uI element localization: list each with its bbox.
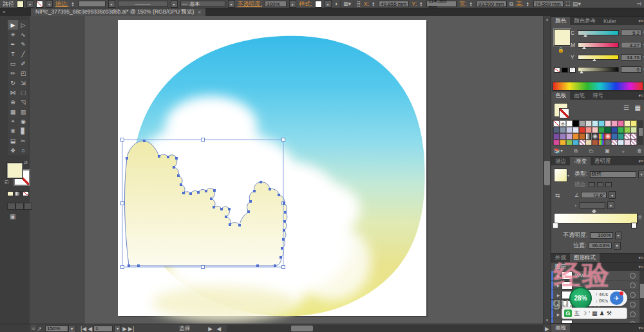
- tab-appearance[interactable]: 外观: [551, 254, 570, 262]
- gradient-angle-field[interactable]: 72.6°: [581, 192, 607, 198]
- gradient-opacity-field[interactable]: 100%: [590, 232, 613, 239]
- swatch-000000[interactable]: [573, 120, 579, 127]
- channel-value-field[interactable]: 0: [621, 66, 641, 73]
- tab-kuler[interactable]: Kuler: [600, 17, 620, 25]
- anchor-point[interactable]: [213, 206, 215, 208]
- anchor-point[interactable]: [247, 210, 250, 213]
- stroke-color-swatch[interactable]: [36, 1, 43, 8]
- height-field[interactable]: 74.559 mm: [533, 1, 564, 7]
- gradient-type-select[interactable]: 线性: [590, 171, 636, 178]
- anchor-point[interactable]: [180, 183, 182, 186]
- fill-color-swatch[interactable]: [17, 1, 24, 8]
- hscroll-left-icon[interactable]: ◀: [216, 326, 221, 332]
- rectangle-tool[interactable]: ▭: [8, 59, 18, 68]
- layer-thumbnail[interactable]: [562, 281, 573, 290]
- style-swatch[interactable]: [315, 1, 322, 8]
- swatch-f7c6c4[interactable]: [592, 127, 598, 133]
- ime-punctuation-icon[interactable]: ’: [589, 310, 590, 317]
- black-chip[interactable]: [562, 68, 568, 73]
- canvas-area[interactable]: ▲ ▼: [30, 16, 551, 324]
- anchor-point[interactable]: [225, 216, 227, 218]
- tab-stroke[interactable]: 描边: [551, 157, 570, 165]
- isolate-icon[interactable]: ⛶: [566, 1, 570, 8]
- swatch-grad-linear[interactable]: [585, 133, 592, 140]
- swatch-e88c2e[interactable]: [573, 133, 579, 140]
- aspect-dropdown-icon[interactable]: ▾: [607, 201, 614, 209]
- x-field[interactable]: 49.855 mm: [379, 1, 409, 7]
- layers-scroll-thumb[interactable]: [640, 284, 644, 298]
- swatch-a3a3a3[interactable]: [579, 120, 585, 127]
- y-field[interactable]: 114.355 mm: [426, 1, 457, 7]
- appearance-panel-menu-icon[interactable]: ▾≡: [638, 255, 643, 261]
- swatch-pattern2[interactable]: [630, 133, 637, 140]
- delete-stop-icon[interactable]: 🗑: [638, 214, 643, 220]
- align-dropdown-icon[interactable]: ⊠▾: [343, 1, 351, 7]
- swatch-e3e6f4[interactable]: [573, 127, 579, 133]
- gradient-stop-end[interactable]: [631, 223, 637, 228]
- none-chip[interactable]: [23, 191, 29, 196]
- width-stepper[interactable]: ▲▼: [469, 1, 474, 7]
- swatch-8ac44e[interactable]: [566, 140, 573, 145]
- swatch-kinds-icon[interactable]: ⧉: [574, 148, 578, 155]
- shape-builder-tool[interactable]: ⊕: [8, 97, 18, 107]
- current-stroke-proxy[interactable]: [559, 108, 569, 118]
- grid-view-icon[interactable]: ▦: [635, 104, 641, 111]
- swatch-7a4ea0[interactable]: [553, 133, 560, 140]
- share-icon[interactable]: ↗: [37, 326, 42, 332]
- anchor-point[interactable]: [210, 198, 213, 200]
- swatch-9a7fc0[interactable]: [560, 133, 566, 140]
- artboard-nav-field[interactable]: 1: [93, 326, 113, 332]
- x-stepper[interactable]: ▲▼: [372, 1, 376, 7]
- pen-tool[interactable]: ✒: [8, 39, 18, 49]
- channel-slider[interactable]: [578, 55, 619, 60]
- swap-fill-stroke-icon[interactable]: ⇄: [24, 160, 28, 165]
- scale-tool[interactable]: ⇲: [18, 78, 28, 88]
- layers-scrollbar[interactable]: [639, 271, 644, 325]
- opacity-field[interactable]: 100%: [265, 1, 287, 7]
- layer-target-icon[interactable]: [630, 302, 636, 308]
- color-chip[interactable]: [7, 191, 14, 196]
- delete-swatch-icon[interactable]: 🗑: [637, 148, 642, 155]
- swatch-f2b42e[interactable]: [560, 140, 566, 145]
- swatch-2fa24a[interactable]: [598, 127, 605, 133]
- anchor-point[interactable]: [260, 181, 262, 183]
- stroke-weight-label[interactable]: 描边:: [55, 0, 69, 8]
- layer-row[interactable]: ▶WW....: [551, 271, 639, 281]
- anchor-point[interactable]: [213, 189, 216, 192]
- anchor-point[interactable]: [197, 191, 200, 194]
- stroke-within-icon[interactable]: [589, 182, 595, 187]
- gradient-opacity-dropdown-icon[interactable]: ▾: [615, 232, 622, 239]
- swatch-pattern3[interactable]: [579, 140, 585, 145]
- layer-target-icon[interactable]: [630, 282, 636, 288]
- zoom-tool[interactable]: ○: [18, 145, 28, 155]
- swatch-6a6a6a[interactable]: [605, 140, 611, 145]
- width-profile-dropdown-icon[interactable]: ▾: [171, 0, 178, 8]
- download-progress-badge[interactable]: 28%: [569, 287, 592, 309]
- anchor-point[interactable]: [283, 202, 285, 205]
- draw-behind-mode[interactable]: [15, 203, 24, 210]
- close-tab-icon[interactable]: ×: [198, 9, 201, 15]
- anchor-point[interactable]: [229, 223, 231, 226]
- stroke-color-dropdown-icon[interactable]: ▾: [46, 0, 53, 8]
- pencil-tool[interactable]: ✏: [8, 68, 18, 78]
- anchor-point[interactable]: [283, 229, 285, 232]
- channel-value-field[interactable]: 3.27: [621, 42, 641, 48]
- anchor-point[interactable]: [143, 140, 146, 142]
- channel-slider-thumb[interactable]: [582, 46, 586, 49]
- hand-tool[interactable]: ✥: [8, 145, 18, 155]
- swatch-3a6ab0[interactable]: [611, 133, 618, 140]
- width-tool[interactable]: ⋈: [8, 88, 18, 97]
- swatch-f7cdd9[interactable]: [605, 120, 611, 127]
- channel-slider-thumb[interactable]: [583, 34, 587, 37]
- channel-slider[interactable]: [578, 67, 619, 72]
- paintbrush-tool[interactable]: ✐: [18, 59, 28, 68]
- brush-definition-select[interactable]: —基本: [180, 1, 225, 7]
- layer-target-icon[interactable]: [630, 292, 636, 298]
- swatch-70d4e6[interactable]: [598, 120, 605, 127]
- channel-slider-thumb[interactable]: [580, 71, 583, 73]
- symbol-sprayer-tool[interactable]: ❋: [8, 126, 18, 136]
- artboard-tool[interactable]: ⬓: [8, 136, 18, 145]
- layer-target-icon[interactable]: [630, 273, 636, 279]
- curvature-tool[interactable]: ✎: [18, 39, 28, 49]
- anchor-point[interactable]: [253, 190, 256, 192]
